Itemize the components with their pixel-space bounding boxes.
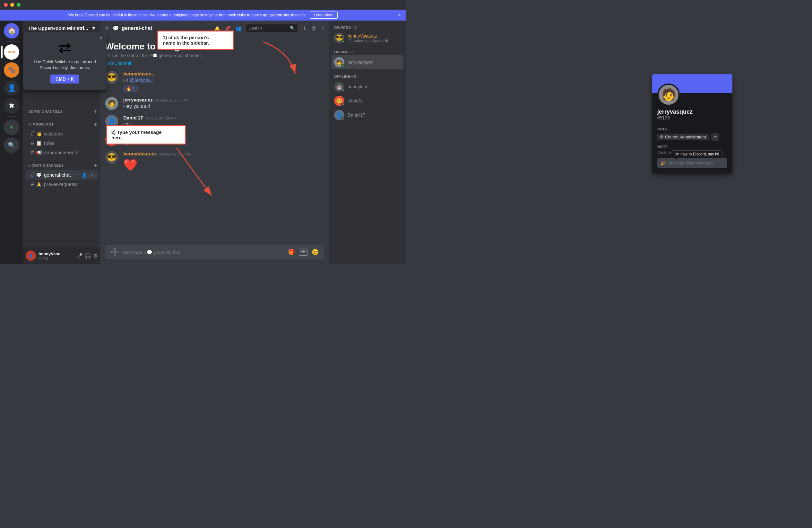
urm-logo: URM: [8, 51, 15, 54]
member-item-benny-owner[interactable]: 😎 bennyVasquez 🎵 Listening to Spotify 🖥: [332, 31, 403, 45]
owner-subtext: 🎵 Listening to Spotify 🖥: [348, 39, 388, 43]
hash-icon: #: [31, 149, 34, 156]
close-button[interactable]: [4, 3, 8, 7]
online-category-label: ONLINE—1: [329, 45, 406, 55]
maximize-button[interactable]: [17, 3, 20, 7]
member-item-jerry-online[interactable]: 🧑 jerryvasquez: [332, 55, 403, 69]
message-content-2: jerryvasquez Monday at 12:33 PM Hey, guu…: [123, 97, 324, 110]
channel-emoji-general: 💬: [36, 172, 42, 178]
message-time-2: Monday at 12:33 PM: [155, 98, 188, 102]
member-avatar-jerry: 🧑: [334, 57, 344, 68]
add-admin-channel-button[interactable]: +: [94, 108, 98, 115]
member-avatar-chula31: 😊: [334, 96, 344, 106]
server-divider: [6, 41, 17, 42]
chat-channels-label: ▾ CHAT CHANNELS: [28, 163, 63, 168]
member-item-bennytest[interactable]: 🤖 bennytest: [332, 80, 403, 94]
channel-header-hash-icon: #: [105, 25, 109, 32]
user-panel-tag: #8491: [39, 256, 74, 260]
add-server-button[interactable]: +: [4, 119, 19, 135]
message-input-area: ➕ 🎁 GIF 😊: [100, 245, 329, 264]
add-file-button[interactable]: ➕: [111, 248, 119, 256]
minimize-button[interactable]: [10, 3, 14, 7]
channel-item-prayer-requests[interactable]: # 🙏 prayer-requests: [26, 180, 98, 189]
channel-header-emoji: 💬: [113, 25, 119, 31]
add-important-channel-button[interactable]: +: [94, 121, 98, 128]
quick-switcher-shortcut[interactable]: CMD + K: [50, 74, 79, 84]
member-item-daniel17[interactable]: 👤 Daniel17: [332, 108, 403, 122]
message-avatar-jerry: 🧑: [105, 97, 118, 110]
message-input-field[interactable]: [123, 249, 284, 255]
admin-channels-label: ADMIN CHANNELS: [28, 110, 62, 113]
explore-servers-button[interactable]: 🔍: [4, 138, 19, 153]
banner-close-button[interactable]: ×: [398, 12, 401, 18]
member-name-daniel17: Daniel17: [348, 112, 365, 117]
banner-text: We hope Discord can be helpful in these …: [68, 13, 306, 17]
mention-jerry: @jerryVa...: [129, 77, 154, 83]
home-server-icon[interactable]: 🏠: [4, 23, 19, 39]
offline-status-dot: [341, 89, 344, 92]
channel-name-announcements: announcements: [44, 150, 78, 155]
member-info-benny-owner: bennyVasquez 🎵 Listening to Spotify 🖥: [348, 33, 388, 43]
arrow-step-2: [128, 138, 231, 209]
add-chat-channel-button[interactable]: +: [94, 162, 98, 169]
message-group-2: 🧑 jerryvasquez Monday at 12:33 PM Hey, g…: [105, 97, 324, 110]
message-input-wrapper: ➕ 🎁 GIF 😊: [105, 245, 324, 259]
add-member-icon[interactable]: 👤+: [82, 172, 89, 177]
channel-name-rules: rules: [44, 140, 55, 146]
member-name-chula31: chula31: [348, 98, 363, 103]
channel-name-welcome: welcome: [44, 131, 63, 137]
message-author-jerry: jerryvasquez: [123, 97, 153, 102]
user-settings-icon[interactable]: ⚙: [93, 253, 98, 259]
channel-name-prayer: prayer-requests: [44, 182, 78, 187]
server-icon-3[interactable]: 👤: [4, 80, 19, 96]
learn-more-button[interactable]: Learn More: [310, 12, 338, 19]
chat-channels-category[interactable]: ▾ CHAT CHANNELS +: [23, 157, 100, 170]
server-icon-2[interactable]: 🐾: [4, 62, 19, 78]
annotation-step-1: 1) click the person's name in the sideba…: [157, 30, 234, 50]
headphones-icon[interactable]: 🎧: [85, 253, 91, 259]
right-sidebar: OWNERS—1 😎 bennyVasquez 🎵 Listening to S…: [329, 20, 406, 264]
settings-icon[interactable]: ⚙: [91, 172, 95, 177]
server-2-icon: 🐾: [8, 67, 15, 73]
input-icons: 🎁 GIF 😊: [288, 248, 319, 256]
admin-channels-category[interactable]: ADMIN CHANNELS +: [23, 103, 100, 116]
discord-logo-icon: 🏠: [8, 27, 16, 35]
server-sidebar: 🏠 URM 🐾 👤 ✖ + 🔍: [0, 20, 23, 264]
compass-icon: 🔍: [8, 142, 15, 149]
member-name-jerry: jerryvasquez: [348, 60, 373, 65]
important-category[interactable]: ▾ IMPORTANT +: [23, 116, 100, 129]
emoji-icon[interactable]: 😊: [311, 248, 319, 256]
edit-channel-link[interactable]: Edit Channel: [105, 61, 131, 66]
microphone-icon[interactable]: 🎤: [76, 253, 83, 259]
urm-server-icon[interactable]: URM: [4, 44, 19, 60]
message-avatar-benny-2: 😎: [105, 151, 118, 164]
offline-category-label: OFFLINE—3: [329, 69, 406, 80]
channel-item-general-chat[interactable]: # 💬 general-chat 👤+ ⚙: [26, 170, 98, 180]
channel-item-welcome[interactable]: # 👋 welcome: [26, 129, 98, 139]
offline-status-dot-chula: [341, 103, 344, 106]
gift-icon[interactable]: 🎁: [288, 248, 295, 256]
download-icon[interactable]: ⬇: [303, 26, 306, 31]
server-4-icon: ✖: [9, 102, 14, 110]
dropdown-icon: ▾: [92, 25, 95, 31]
channel-emoji-announcements: 📢: [36, 150, 42, 155]
member-item-chula31[interactable]: 😊 chula31: [332, 94, 403, 108]
help-icon[interactable]: ?: [321, 26, 324, 31]
chevron-down-icon-2: ▾: [28, 163, 31, 167]
channel-header-name: 💬 general-chat: [113, 25, 152, 31]
screen-icon: 🖥: [385, 39, 388, 42]
user-panel-info: bennyVasq... #8491: [39, 252, 74, 260]
channel-emoji-prayer: 🙏: [36, 182, 42, 187]
channel-item-rules[interactable]: # 📋 rules: [26, 139, 98, 148]
online-status-dot-jerry: [341, 64, 344, 68]
at-icon[interactable]: @: [311, 26, 316, 31]
channel-name-general: general-chat: [44, 172, 71, 177]
hash-icon: #: [31, 130, 34, 137]
quick-switcher-close[interactable]: ×: [99, 36, 100, 41]
reaction-1[interactable]: 🔥 1: [123, 85, 138, 92]
channel-item-announcements[interactable]: # 📢 announcements: [26, 148, 98, 157]
server-icon-4[interactable]: ✖: [4, 98, 19, 114]
gif-icon[interactable]: GIF: [299, 248, 308, 256]
channel-action-icons: 👤+ ⚙: [82, 172, 95, 177]
user-panel-name: bennyVasq...: [39, 252, 74, 256]
